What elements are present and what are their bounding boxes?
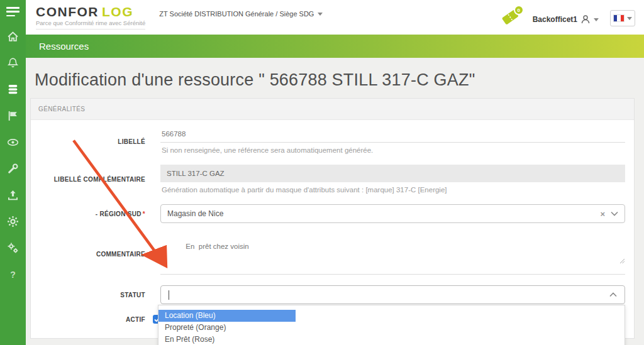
company-selector[interactable]: ZT Société DISTRIBUTION Générale / Siège… — [159, 10, 323, 18]
company-selector-label: ZT Société DISTRIBUTION Générale / Siège… — [159, 10, 314, 18]
chevron-up-icon[interactable] — [609, 292, 617, 297]
statut-dropdown: Location (Bleu) Propreté (Orange) En Prê… — [158, 305, 625, 345]
region-label: - RÉGION SUD* — [36, 211, 160, 217]
logo-text-secondary: LOG — [102, 4, 133, 19]
resize-handle-icon[interactable] — [591, 250, 625, 273]
statut-option-location[interactable]: Location (Bleu) — [158, 310, 296, 322]
libelle-label: LIBELLÉ — [36, 138, 160, 145]
libelle-row: LIBELLÉ 566788 Si non renseignée, une ré… — [36, 129, 629, 154]
commentaire-row: COMMENTAIRE En prêt chez voisin — [36, 234, 629, 275]
libelle-help-text: Si non renseignée, une référence sera au… — [160, 146, 625, 154]
eye-icon[interactable] — [7, 136, 19, 148]
required-marker: * — [143, 211, 145, 217]
cogs-icon[interactable] — [7, 242, 19, 254]
flag-icon[interactable] — [7, 110, 19, 122]
french-flag-icon — [613, 14, 625, 22]
statut-option-proprete[interactable]: Propreté (Orange) — [158, 322, 625, 334]
commentaire-textarea[interactable]: En prêt chez voisin — [160, 234, 625, 275]
logo-text-primary: CONFOR — [36, 4, 99, 19]
language-selector[interactable] — [610, 10, 635, 26]
database-icon[interactable] — [7, 84, 19, 96]
sidebar: ? — [0, 0, 26, 345]
libelle-complementaire-row: LIBELLÉ COMPLÉMENTAIRE STILL 317-C GAZ G… — [36, 165, 629, 194]
libelle-complementaire-help-text: Génération automatique à partir du masqu… — [160, 186, 625, 194]
statut-row: STATUT Location (Bleu) Propreté (Orange)… — [36, 285, 629, 304]
commentaire-value: En prêt chez voisin — [186, 243, 248, 250]
libelle-complementaire-input: STILL 317-C GAZ — [160, 165, 625, 182]
statut-label: STATUT — [36, 292, 160, 298]
statut-option-en-pret[interactable]: En Prêt (Rose) — [158, 334, 625, 345]
gear-icon[interactable] — [7, 216, 19, 227]
commentaire-label: COMMENTAIRE — [36, 251, 160, 258]
upload-icon[interactable] — [7, 189, 19, 201]
tickets-button[interactable]: 0 — [499, 6, 521, 28]
main-content: Modification d'une ressource " 566788 ST… — [26, 58, 644, 345]
libelle-input[interactable]: 566788 — [160, 129, 625, 143]
home-icon[interactable] — [7, 31, 19, 43]
chevron-down-icon — [627, 17, 632, 20]
clear-selection-icon[interactable]: × — [600, 210, 605, 218]
menu-toggle-icon[interactable] — [6, 7, 19, 16]
user-menu[interactable]: Backofficet1 — [533, 14, 599, 25]
logo-tagline: Parce que Conformité rime avec Sérénité — [36, 19, 145, 30]
username-label: Backofficet1 — [533, 15, 577, 24]
generalites-section-header: GÉNÉRALITÉS — [31, 99, 634, 120]
breadcrumb-title: Ressources — [39, 41, 89, 52]
region-select-value: Magasin de Nice — [167, 209, 223, 218]
page-title: Modification d'une ressource " 566788 ST… — [35, 70, 644, 90]
text-cursor — [169, 290, 169, 300]
bell-icon[interactable] — [7, 57, 19, 69]
app-logo[interactable]: CONFORLOG Parce que Conformité rime avec… — [26, 0, 154, 30]
libelle-complementaire-label: LIBELLÉ COMPLÉMENTAIRE — [36, 176, 160, 183]
generalites-panel: GÉNÉRALITÉS LIBELLÉ 566788 Si non rensei… — [30, 98, 635, 339]
chevron-down-icon — [318, 13, 323, 16]
ticket-count-badge: 0 — [514, 5, 524, 15]
chevron-down-icon[interactable] — [611, 211, 618, 216]
top-header: CONFORLOG Parce que Conformité rime avec… — [26, 0, 644, 35]
breadcrumb-banner: Ressources — [26, 35, 644, 58]
user-icon — [580, 14, 591, 25]
region-select[interactable]: Magasin de Nice × — [160, 204, 625, 223]
region-row: - RÉGION SUD* Magasin de Nice × — [36, 204, 629, 223]
wrench-icon[interactable] — [7, 163, 19, 175]
statut-combobox[interactable] — [160, 285, 625, 304]
actif-label: ACTIF — [36, 316, 160, 323]
chevron-down-icon — [594, 18, 599, 21]
help-icon[interactable]: ? — [7, 268, 19, 280]
